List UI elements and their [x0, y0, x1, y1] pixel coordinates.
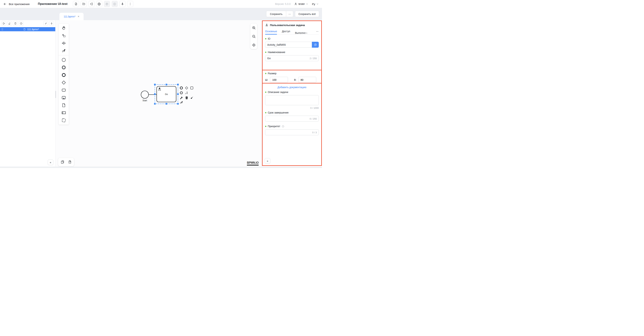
rename-file-button[interactable]: [7, 21, 12, 26]
more-actions-button[interactable]: [127, 1, 133, 7]
file-list-item-111-bpmn[interactable]: 111.bpmn*: [0, 27, 55, 31]
append-gateway-button[interactable]: [184, 86, 188, 90]
user-menu[interactable]: tester: [294, 2, 308, 5]
user-task-label: Go: [165, 93, 168, 96]
annotation-box-size: Размер Ш: В:: [262, 70, 322, 83]
priority-info-icon[interactable]: [282, 125, 284, 128]
save-all-button[interactable]: Сохранить всё: [295, 11, 319, 17]
required-dot: [265, 73, 266, 74]
copy-button[interactable]: [60, 160, 64, 164]
deadline-input[interactable]: [265, 116, 319, 122]
gateway-icon: [185, 86, 188, 90]
width-label: Ш:: [265, 78, 268, 81]
change-element-type-button[interactable]: [179, 96, 183, 100]
add-documentation-link[interactable]: Добавить документацию: [265, 86, 319, 89]
delete-element-button[interactable]: [184, 96, 188, 100]
copy-id-button[interactable]: [312, 42, 319, 48]
header-toolbar: [73, 1, 133, 7]
connect-tool-button[interactable]: [179, 101, 183, 105]
new-file-button[interactable]: [73, 1, 79, 7]
import-button[interactable]: [88, 1, 94, 7]
chevron-down-icon: [306, 3, 308, 5]
bottom-strip: [0, 167, 322, 168]
collapse-sidebar-button[interactable]: «: [48, 160, 53, 165]
tab-111-bpmn[interactable]: 111.bpmn* ×: [60, 13, 84, 20]
user-task-shape[interactable]: Go: [157, 86, 176, 102]
task-icon: [190, 86, 194, 90]
priority-input[interactable]: [265, 129, 319, 135]
required-dot: [265, 38, 266, 39]
new-file-icon: [74, 2, 78, 5]
collapse-panel-button[interactable]: »: [265, 158, 270, 164]
panel-tabs: Основные Доступ Выполнение ⋯: [265, 29, 319, 34]
append-task-button[interactable]: [190, 86, 194, 90]
export-file-button[interactable]: [2, 21, 6, 26]
bpmn-canvas[interactable]: Start Go: [56, 20, 262, 167]
panel-title: Пользовательская задача: [270, 23, 305, 27]
name-input[interactable]: [265, 55, 319, 61]
id-input[interactable]: [265, 42, 312, 48]
intermediate-event-icon: [180, 91, 183, 95]
bpmn-io-logo[interactable]: BPMN.iO: [247, 161, 258, 166]
tab-close-icon[interactable]: ×: [78, 15, 79, 18]
kebab-menu-icon: [128, 2, 132, 5]
tab-strip: 111.bpmn* × Сохранить ⋯ Сохранить всё: [0, 8, 322, 20]
connect-arrows-icon: [180, 101, 183, 104]
chevron-down-icon: [316, 3, 319, 5]
file-icon: [23, 28, 26, 30]
tabs-more-button[interactable]: ⋯: [316, 30, 319, 34]
deploy-button[interactable]: [120, 1, 126, 7]
tab-execution[interactable]: Выполнение: [295, 31, 308, 34]
save-more-button[interactable]: ⋯: [286, 11, 293, 17]
run-button: [112, 1, 118, 7]
expand-tree-button[interactable]: [44, 21, 48, 26]
expand-diagonal-icon: [44, 22, 47, 25]
save-button[interactable]: Сохранить: [266, 11, 286, 17]
tab-access[interactable]: Доступ: [282, 30, 290, 34]
delete-file-button[interactable]: [13, 21, 18, 26]
sidebar-resize-handle[interactable]: [55, 91, 56, 98]
copy-icon: [314, 43, 317, 46]
info-icon: [20, 22, 22, 25]
language-menu[interactable]: Ру: [312, 2, 319, 5]
append-text-annotation-button[interactable]: [184, 91, 188, 95]
deploy-rocket-icon: [121, 2, 124, 5]
file-sidebar: 111.bpmn* «: [0, 20, 56, 167]
description-field-label: Описание задачи: [268, 91, 288, 94]
deadline-field-label: Срок завершения: [268, 111, 288, 114]
width-input[interactable]: [270, 77, 288, 83]
settings-gear-icon: [98, 2, 101, 6]
trash-icon: [185, 96, 188, 99]
git-version-icon: [105, 2, 108, 6]
import-icon: [90, 2, 93, 5]
arrow-left-icon: [3, 2, 7, 6]
append-intermediate-event-button[interactable]: [179, 91, 183, 95]
description-textarea[interactable]: [265, 95, 319, 105]
start-event-shape[interactable]: [141, 91, 148, 98]
annotation-box-bottom: Добавить документацию Описание задачи 0 …: [262, 83, 322, 166]
paste-button[interactable]: [68, 160, 72, 164]
version-label: Версия: 5.0.0: [275, 2, 290, 5]
required-dot: [265, 126, 266, 127]
height-input[interactable]: [298, 77, 316, 83]
size-field-label: Размер: [268, 72, 276, 75]
height-label: В:: [294, 78, 296, 81]
run-play-icon: [113, 2, 116, 6]
drag-handle-icon[interactable]: [1, 28, 4, 31]
context-pad: [179, 86, 194, 105]
collapse-tree-button[interactable]: [49, 21, 54, 26]
file-info-button[interactable]: [19, 21, 24, 26]
name-field-label: Наименование: [268, 51, 285, 54]
new-folder-icon: [82, 2, 85, 5]
set-color-button[interactable]: [190, 96, 194, 100]
language-label: Ру: [312, 2, 315, 5]
tab-main[interactable]: Основные: [265, 30, 277, 34]
description-counter: 0 / 1000: [265, 107, 319, 109]
new-folder-button[interactable]: [81, 1, 87, 7]
required-dot: [265, 112, 266, 113]
append-end-event-button[interactable]: [179, 86, 183, 90]
settings-button[interactable]: [96, 1, 102, 7]
required-dot: [265, 52, 266, 53]
back-to-apps-button[interactable]: Все приложения: [3, 2, 30, 6]
back-label: Все приложения: [9, 2, 30, 5]
